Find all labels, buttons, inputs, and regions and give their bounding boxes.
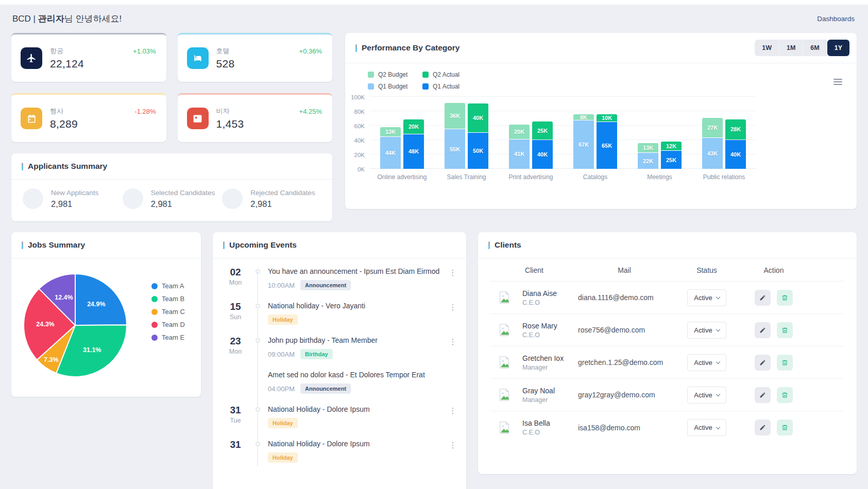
range-1w-button[interactable]: 1W bbox=[755, 40, 779, 56]
event-weekday: Tue bbox=[220, 417, 251, 424]
stat-delta: +4.25% bbox=[299, 108, 322, 115]
kebab-menu-icon[interactable]: ⋮ bbox=[448, 300, 458, 335]
edit-button[interactable] bbox=[755, 322, 771, 338]
legend-item: Q1 Budget bbox=[368, 83, 422, 90]
client-cell: Diana Aise C.E.O bbox=[490, 288, 578, 307]
bar-segment: 27K bbox=[702, 118, 723, 137]
avatar bbox=[495, 418, 514, 438]
legend-item: Team B bbox=[151, 295, 185, 303]
table-row: Gretchen Iox Manager gretchen.1.25@demo.… bbox=[490, 346, 844, 379]
legend-item: Team C bbox=[151, 308, 185, 316]
bar-value-label: 25K bbox=[537, 128, 548, 134]
legend-swatch bbox=[422, 83, 429, 90]
column-header-action: Action bbox=[743, 266, 805, 274]
range-button-group: 1W 1M 6M 1Y bbox=[755, 40, 849, 56]
event-time: 09:00AM bbox=[268, 351, 295, 358]
kebab-menu-icon[interactable]: ⋮ bbox=[448, 335, 458, 369]
status-dropdown[interactable]: Active bbox=[687, 322, 726, 339]
legend-item: Team A bbox=[151, 282, 185, 290]
range-1m-button[interactable]: 1M bbox=[779, 40, 803, 56]
status-dropdown[interactable]: Active bbox=[687, 387, 726, 404]
legend-label: Team C bbox=[162, 308, 185, 316]
bar-segment: 44K bbox=[380, 137, 401, 169]
edit-button[interactable] bbox=[755, 290, 771, 306]
event-badge: Announcement bbox=[300, 383, 351, 394]
stat-value: 1,453 bbox=[216, 118, 322, 130]
timeline-dot-icon bbox=[256, 269, 260, 274]
bar-segment: 41K bbox=[509, 139, 530, 169]
delete-button[interactable] bbox=[777, 322, 793, 338]
legend-label: Q2 Budget bbox=[378, 71, 407, 78]
bar-value-label: 55K bbox=[450, 146, 460, 152]
status-dropdown[interactable]: Active bbox=[687, 289, 726, 306]
stat-label: 호텔 bbox=[216, 46, 230, 56]
event-timeline bbox=[251, 335, 264, 369]
stacked-bar: 10K65K bbox=[597, 114, 617, 169]
clients-table: Client Mail Status Action bbox=[478, 258, 857, 444]
legend-label: Team E bbox=[162, 334, 184, 341]
bar-group: 13K44K20K48K bbox=[380, 119, 424, 169]
delete-button[interactable] bbox=[777, 387, 793, 403]
event-row: 02 Mon You have an announcement - Ipsum … bbox=[220, 266, 458, 300]
event-title: National Holiday - Dolore Ipsum bbox=[268, 404, 448, 413]
status-dropdown[interactable]: Active bbox=[687, 354, 726, 371]
event-weekday: Mon bbox=[220, 348, 251, 355]
pencil-icon bbox=[759, 294, 766, 301]
edit-button[interactable] bbox=[755, 420, 771, 435]
bar-value-label: 43K bbox=[707, 150, 718, 156]
status-value: Active bbox=[694, 359, 712, 366]
kebab-menu-icon[interactable]: ⋮ bbox=[448, 266, 458, 300]
stat-label: 행사 bbox=[50, 107, 63, 116]
stacked-bar: 13K22K bbox=[638, 143, 658, 169]
bar-value-label: 67K bbox=[578, 142, 589, 148]
event-badge: Holiday bbox=[268, 418, 298, 428]
edit-button[interactable] bbox=[755, 387, 771, 403]
event-day: 02 bbox=[220, 267, 251, 278]
stat-cards: 항공 +1.03% 22,124 호텔 +0.36% 528 bbox=[11, 33, 332, 142]
bar-segment: 13K bbox=[380, 127, 401, 136]
delete-button[interactable] bbox=[777, 420, 793, 435]
event-body: National holiday - Vero Jayanti Holiday bbox=[264, 300, 448, 335]
delete-button[interactable] bbox=[777, 290, 793, 306]
event-timeline bbox=[251, 404, 264, 438]
stacked-bar: 28K40K bbox=[725, 119, 746, 169]
performance-card: Performance By Category 1W 1M 6M 1Y Q2 B… bbox=[345, 33, 857, 209]
legend-label: Q2 Actual bbox=[433, 71, 459, 78]
range-6m-button[interactable]: 6M bbox=[803, 40, 827, 56]
event-body: John pup birthday - Team Member 09:00AM … bbox=[264, 335, 448, 369]
trash-icon bbox=[781, 392, 788, 398]
event-badge: Holiday bbox=[268, 452, 298, 463]
event-day: 23 bbox=[220, 336, 251, 347]
page-title: BCD | 관리자님 안녕하세요! bbox=[12, 13, 122, 25]
status-dropdown[interactable]: Active bbox=[687, 419, 726, 436]
title-accent-bar bbox=[22, 163, 23, 170]
bar-value-label: 65K bbox=[602, 143, 612, 149]
pie-slice-label: 24.9% bbox=[87, 301, 105, 308]
breadcrumb-dashboards[interactable]: Dashboards bbox=[817, 15, 855, 23]
y-tick-label: 40K bbox=[354, 137, 365, 144]
avatar bbox=[495, 288, 514, 307]
applicant-stat-value: 2,981 bbox=[151, 199, 215, 209]
status-value: Active bbox=[694, 391, 712, 399]
kebab-menu-icon[interactable]: ⋮ bbox=[448, 438, 458, 473]
bar-segment: 20K bbox=[403, 119, 424, 134]
applicant-stat-icon bbox=[222, 188, 243, 209]
x-category-label: Print advertising bbox=[499, 173, 563, 181]
event-row: 31 National Holiday - Dolore Ipsum Holid… bbox=[220, 438, 458, 473]
client-name: Gray Noal bbox=[522, 387, 555, 395]
x-category-label: Meetings bbox=[627, 173, 692, 181]
title-accent-bar bbox=[488, 241, 490, 249]
stacked-bar: 20K41K bbox=[509, 125, 530, 169]
edit-button[interactable] bbox=[755, 355, 771, 371]
chart-menu-icon[interactable] bbox=[833, 77, 842, 86]
greeting-username: 관리자 bbox=[38, 14, 64, 24]
bar-segment: 36K bbox=[445, 103, 465, 129]
trash-icon bbox=[781, 424, 788, 431]
stat-label: 비자 bbox=[216, 107, 230, 116]
client-role: C.E.O bbox=[522, 331, 557, 339]
delete-button[interactable] bbox=[777, 355, 793, 371]
range-1y-button[interactable]: 1Y bbox=[827, 40, 849, 56]
table-row: Rose Mary C.E.O rose756@demo.com Active bbox=[490, 314, 844, 346]
kebab-menu-icon[interactable]: ⋮ bbox=[448, 404, 458, 438]
stacked-bar: 20K48K bbox=[403, 119, 424, 169]
